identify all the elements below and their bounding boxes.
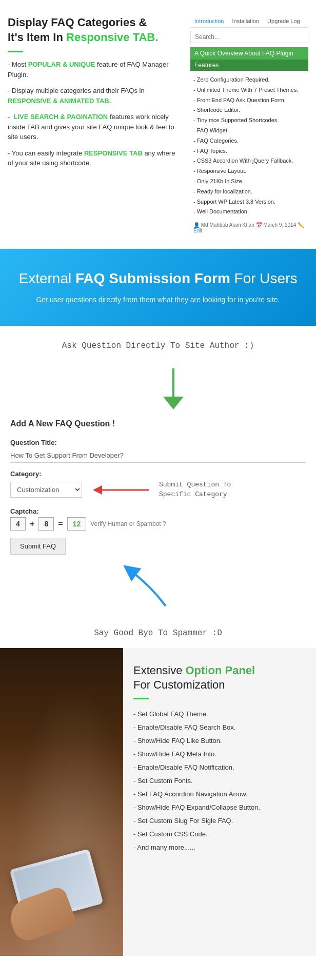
captcha-equals: = [58, 519, 63, 528]
section-top: Display FAQ Categories & It's Item In Re… [0, 0, 316, 249]
tab-introduction[interactable]: Introduction [190, 15, 228, 28]
list-item: - FAQ Widget. [193, 126, 305, 136]
captcha-group: Captcha: 4 + 8 = 12 Verify Human or Spam… [10, 507, 306, 531]
desc-3: - LIVE SEARCH & PAGINATION features work… [8, 112, 180, 142]
option-list: - Set Global FAQ Theme. - Enable/Disable… [133, 708, 306, 854]
list-item: - FAQ Categories. [193, 136, 305, 146]
green-divider [8, 51, 23, 52]
list-item: - Set Global FAQ Theme. [133, 708, 306, 721]
features-header: Features [190, 60, 308, 71]
tab-setup[interactable]: Setup [304, 15, 308, 27]
calendar-icon: 📅 [256, 222, 262, 228]
green-arrow-container [41, 366, 306, 414]
search-input[interactable] [190, 31, 308, 43]
list-item: - Well Documentation. [193, 207, 305, 217]
list-item: - Set Custom CSS Code. [133, 828, 306, 841]
list-item: - Zero Configuration Required. [193, 75, 305, 85]
ask-label: Ask Question Directly To Site Author :) [10, 341, 306, 350]
list-item: - Support WP Latest 3.8 Version. [193, 197, 305, 207]
option-title: Extensive Option Panel For Customization [133, 663, 306, 693]
captcha-num1: 4 [10, 517, 26, 531]
captcha-num2: 8 [38, 517, 54, 531]
category-select-wrapper: Customization General Technical Submit Q… [10, 480, 306, 500]
right-panel: Introduction Installation Upgrade Log Se… [190, 15, 308, 233]
list-item: - Unlimited Theme With 7 Preset Themes. [193, 85, 305, 95]
desc-2: - Display multiple categories and their … [8, 86, 180, 106]
person-icon: 👤 [193, 222, 200, 228]
category-select[interactable]: Customization General Technical [10, 482, 82, 498]
green-arrow-icon [153, 366, 194, 412]
tab-installation[interactable]: Installation [228, 15, 263, 27]
list-item: - And many more...... [133, 841, 306, 854]
blue-arrow-container [0, 560, 306, 613]
list-item: - Set Custom Slug For Sigle FAQ. [133, 814, 306, 828]
list-item: - Shortcode Editor. [193, 105, 305, 115]
category-label: Category: [10, 470, 306, 478]
overview-header: A Quick Overview About FAQ Plugin [190, 47, 308, 60]
banner-subtitle: Get user questions directly from them wh… [10, 295, 306, 305]
banner-title: External FAQ Submission Form For Users [10, 269, 306, 288]
meta-info: 👤 Md Mahbub Alam Khan 📅 March 9, 2014 ✏️… [190, 222, 308, 233]
question-label: Question Title: [10, 439, 306, 446]
tab-upgrade-log[interactable]: Upgrade Log [263, 15, 304, 27]
captcha-row: 4 + 8 = 12 Verify Human or Spambot ? [10, 517, 306, 531]
list-item: - CSS3 Accordion With jQuery Fallback. [193, 156, 305, 166]
svg-marker-1 [163, 397, 184, 409]
list-item: - Responsive Layout. [193, 166, 305, 177]
list-item: - Show/Hide FAQ Like Button. [133, 734, 306, 748]
list-item: - Enable/Disable FAQ Notification. [133, 761, 306, 774]
section-form: Ask Question Directly To Site Author :) … [0, 326, 316, 648]
red-arrow-icon [92, 480, 154, 500]
list-item: - Enable/Disable FAQ Search Box. [133, 721, 306, 734]
main-title: Display FAQ Categories & It's Item In Re… [8, 15, 180, 45]
list-item: - Front End FAQ Ask Question Form. [193, 95, 305, 106]
captcha-operator: + [30, 519, 34, 528]
list-item: - Ready for localization. [193, 187, 305, 197]
goodbye-label: Say Good Bye To Spammer :D [10, 629, 306, 638]
option-image [0, 648, 123, 956]
question-group: Question Title: [10, 439, 306, 463]
section-options: Extensive Option Panel For Customization… [0, 648, 316, 956]
option-divider [133, 698, 149, 699]
submit-question-label: Submit Question ToSpecific Category [159, 480, 231, 499]
captcha-label: Captcha: [10, 507, 306, 515]
feature-list: - Zero Configuration Required. - Unlimit… [190, 73, 308, 219]
list-item: - Tiny mce Supported Shortcodes. [193, 115, 305, 126]
submit-faq-button[interactable]: Submit FAQ [10, 538, 66, 555]
form-title: Add A New FAQ Question ! [10, 419, 306, 428]
list-item: - FAQ Topics. [193, 146, 305, 156]
tabs-bar: Introduction Installation Upgrade Log Se… [190, 15, 308, 28]
question-input[interactable] [10, 448, 306, 463]
captcha-hint: Verify Human or Spambot ? [90, 520, 166, 527]
blue-arrow-icon [120, 560, 181, 611]
list-item: - Set FAQ Accordion Navigation Arrow. [133, 788, 306, 801]
list-item: - Only 21Kb In Size. [193, 177, 305, 187]
list-item: - Set Custom Fonts. [133, 774, 306, 788]
desc-4: - You can easily integrate RESPONSIVE TA… [8, 148, 180, 168]
category-group: Category: Customization General Technica… [10, 470, 306, 500]
section-banner: External FAQ Submission Form For Users G… [0, 249, 316, 325]
captcha-result: 12 [67, 517, 87, 531]
list-item: - Show/Hide FAQ Meta Info. [133, 748, 306, 761]
option-content: Extensive Option Panel For Customization… [123, 648, 316, 956]
desc-1: - Most POPULAR & UNIQUE feature of FAQ M… [8, 60, 180, 80]
list-item: - Show/Hide FAQ Expand/Collapse Button. [133, 801, 306, 814]
left-column: Display FAQ Categories & It's Item In Re… [8, 15, 180, 233]
